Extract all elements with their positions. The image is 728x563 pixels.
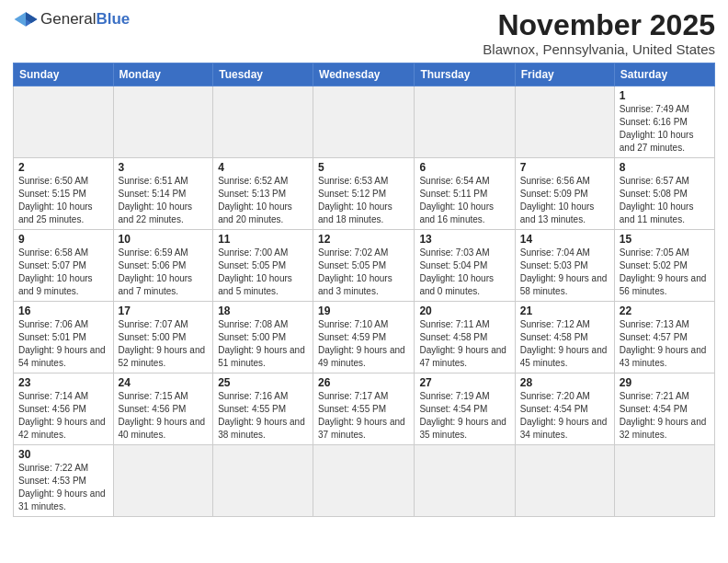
day-number: 15 [620, 233, 710, 246]
calendar-cell [415, 445, 515, 517]
col-header-friday: Friday [515, 63, 614, 86]
calendar-cell: 3Sunrise: 6:51 AM Sunset: 5:14 PM Daylig… [113, 158, 213, 230]
day-number: 26 [318, 376, 409, 389]
col-header-saturday: Saturday [614, 63, 714, 86]
day-info: Sunrise: 7:00 AM Sunset: 5:05 PM Dayligh… [218, 247, 308, 298]
calendar-cell: 1Sunrise: 7:49 AM Sunset: 6:16 PM Daylig… [614, 86, 714, 158]
day-info: Sunrise: 7:08 AM Sunset: 5:00 PM Dayligh… [218, 318, 308, 370]
day-number: 27 [419, 376, 509, 389]
day-info: Sunrise: 6:54 AM Sunset: 5:11 PM Dayligh… [419, 175, 509, 226]
day-number: 1 [620, 89, 710, 102]
month-title: November 2025 [483, 9, 715, 41]
day-info: Sunrise: 7:03 AM Sunset: 5:04 PM Dayligh… [419, 247, 509, 298]
col-header-sunday: Sunday [14, 63, 114, 86]
week-row-3: 16Sunrise: 7:06 AM Sunset: 5:01 PM Dayli… [14, 302, 715, 373]
day-number: 16 [18, 304, 108, 317]
logo-text: GeneralBlue [40, 10, 130, 29]
day-number: 8 [620, 161, 710, 174]
calendar-cell: 17Sunrise: 7:07 AM Sunset: 5:00 PM Dayli… [113, 302, 213, 373]
calendar-table: SundayMondayTuesdayWednesdayThursdayFrid… [13, 63, 715, 517]
day-number: 2 [18, 161, 108, 174]
week-row-2: 9Sunrise: 6:58 AM Sunset: 5:07 PM Daylig… [14, 230, 715, 302]
day-number: 24 [119, 376, 209, 389]
calendar-cell: 12Sunrise: 7:02 AM Sunset: 5:05 PM Dayli… [313, 230, 415, 302]
day-info: Sunrise: 6:59 AM Sunset: 5:06 PM Dayligh… [119, 247, 209, 298]
week-row-4: 23Sunrise: 7:14 AM Sunset: 4:56 PM Dayli… [14, 373, 715, 445]
day-number: 23 [18, 376, 108, 389]
day-info: Sunrise: 7:04 AM Sunset: 5:03 PM Dayligh… [520, 247, 609, 298]
day-number: 13 [419, 233, 509, 246]
day-number: 22 [620, 304, 710, 317]
day-info: Sunrise: 7:49 AM Sunset: 6:16 PM Dayligh… [620, 103, 710, 155]
day-info: Sunrise: 7:10 AM Sunset: 4:59 PM Dayligh… [318, 318, 409, 370]
day-number: 19 [318, 304, 409, 317]
calendar-cell: 14Sunrise: 7:04 AM Sunset: 5:03 PM Dayli… [515, 230, 614, 302]
calendar-cell: 24Sunrise: 7:15 AM Sunset: 4:56 PM Dayli… [113, 373, 213, 445]
day-number: 11 [218, 233, 308, 246]
calendar-cell: 7Sunrise: 6:56 AM Sunset: 5:09 PM Daylig… [515, 158, 614, 230]
week-row-5: 30Sunrise: 7:22 AM Sunset: 4:53 PM Dayli… [14, 445, 715, 517]
day-info: Sunrise: 7:06 AM Sunset: 5:01 PM Dayligh… [18, 318, 108, 370]
logo-icon [13, 9, 39, 29]
calendar-cell: 18Sunrise: 7:08 AM Sunset: 5:00 PM Dayli… [213, 302, 313, 373]
day-info: Sunrise: 6:50 AM Sunset: 5:15 PM Dayligh… [18, 175, 108, 226]
header: GeneralBlue November 2025 Blawnox, Penns… [13, 9, 715, 57]
calendar-cell [213, 86, 313, 158]
day-info: Sunrise: 7:11 AM Sunset: 4:58 PM Dayligh… [419, 318, 509, 370]
day-info: Sunrise: 7:21 AM Sunset: 4:54 PM Dayligh… [620, 390, 710, 442]
day-info: Sunrise: 6:52 AM Sunset: 5:13 PM Dayligh… [218, 175, 308, 226]
calendar-cell: 21Sunrise: 7:12 AM Sunset: 4:58 PM Dayli… [515, 302, 614, 373]
calendar-cell: 29Sunrise: 7:21 AM Sunset: 4:54 PM Dayli… [614, 373, 714, 445]
day-info: Sunrise: 7:19 AM Sunset: 4:54 PM Dayligh… [419, 390, 509, 442]
calendar-cell [614, 445, 714, 517]
week-row-0: 1Sunrise: 7:49 AM Sunset: 6:16 PM Daylig… [14, 86, 715, 158]
day-number: 18 [218, 304, 308, 317]
day-info: Sunrise: 7:22 AM Sunset: 4:53 PM Dayligh… [18, 462, 108, 513]
calendar-header-row: SundayMondayTuesdayWednesdayThursdayFrid… [14, 63, 715, 86]
calendar-cell: 23Sunrise: 7:14 AM Sunset: 4:56 PM Dayli… [14, 373, 114, 445]
calendar-cell: 19Sunrise: 7:10 AM Sunset: 4:59 PM Dayli… [313, 302, 415, 373]
day-number: 5 [318, 161, 409, 174]
day-number: 20 [419, 304, 509, 317]
calendar-cell [113, 445, 213, 517]
day-number: 12 [318, 233, 409, 246]
day-number: 14 [520, 233, 609, 246]
day-number: 3 [119, 161, 209, 174]
calendar-cell [515, 445, 614, 517]
col-header-monday: Monday [113, 63, 213, 86]
day-info: Sunrise: 7:20 AM Sunset: 4:54 PM Dayligh… [520, 390, 609, 442]
day-info: Sunrise: 6:53 AM Sunset: 5:12 PM Dayligh… [318, 175, 409, 226]
calendar-cell: 11Sunrise: 7:00 AM Sunset: 5:05 PM Dayli… [213, 230, 313, 302]
calendar-cell: 20Sunrise: 7:11 AM Sunset: 4:58 PM Dayli… [415, 302, 515, 373]
calendar-cell [515, 86, 614, 158]
calendar-cell [213, 445, 313, 517]
calendar-cell: 16Sunrise: 7:06 AM Sunset: 5:01 PM Dayli… [14, 302, 114, 373]
calendar-cell: 22Sunrise: 7:13 AM Sunset: 4:57 PM Dayli… [614, 302, 714, 373]
day-number: 10 [119, 233, 209, 246]
calendar-cell: 4Sunrise: 6:52 AM Sunset: 5:13 PM Daylig… [213, 158, 313, 230]
calendar-cell: 9Sunrise: 6:58 AM Sunset: 5:07 PM Daylig… [14, 230, 114, 302]
calendar-cell [313, 86, 415, 158]
calendar-cell: 10Sunrise: 6:59 AM Sunset: 5:06 PM Dayli… [113, 230, 213, 302]
col-header-thursday: Thursday [415, 63, 515, 86]
day-number: 4 [218, 161, 308, 174]
day-number: 6 [419, 161, 509, 174]
day-info: Sunrise: 7:16 AM Sunset: 4:55 PM Dayligh… [218, 390, 308, 442]
calendar-cell: 28Sunrise: 7:20 AM Sunset: 4:54 PM Dayli… [515, 373, 614, 445]
calendar-cell: 13Sunrise: 7:03 AM Sunset: 5:04 PM Dayli… [415, 230, 515, 302]
day-info: Sunrise: 6:57 AM Sunset: 5:08 PM Dayligh… [620, 175, 710, 226]
day-info: Sunrise: 7:15 AM Sunset: 4:56 PM Dayligh… [119, 390, 209, 442]
day-number: 25 [218, 376, 308, 389]
calendar-cell: 27Sunrise: 7:19 AM Sunset: 4:54 PM Dayli… [415, 373, 515, 445]
title-area: November 2025 Blawnox, Pennsylvania, Uni… [483, 9, 715, 57]
day-info: Sunrise: 7:12 AM Sunset: 4:58 PM Dayligh… [520, 318, 609, 370]
day-number: 17 [119, 304, 209, 317]
day-info: Sunrise: 7:07 AM Sunset: 5:00 PM Dayligh… [119, 318, 209, 370]
calendar-cell [14, 86, 114, 158]
day-info: Sunrise: 6:56 AM Sunset: 5:09 PM Dayligh… [520, 175, 609, 226]
logo: GeneralBlue [13, 9, 130, 29]
day-number: 7 [520, 161, 609, 174]
day-number: 28 [520, 376, 609, 389]
day-info: Sunrise: 6:51 AM Sunset: 5:14 PM Dayligh… [119, 175, 209, 226]
col-header-wednesday: Wednesday [313, 63, 415, 86]
